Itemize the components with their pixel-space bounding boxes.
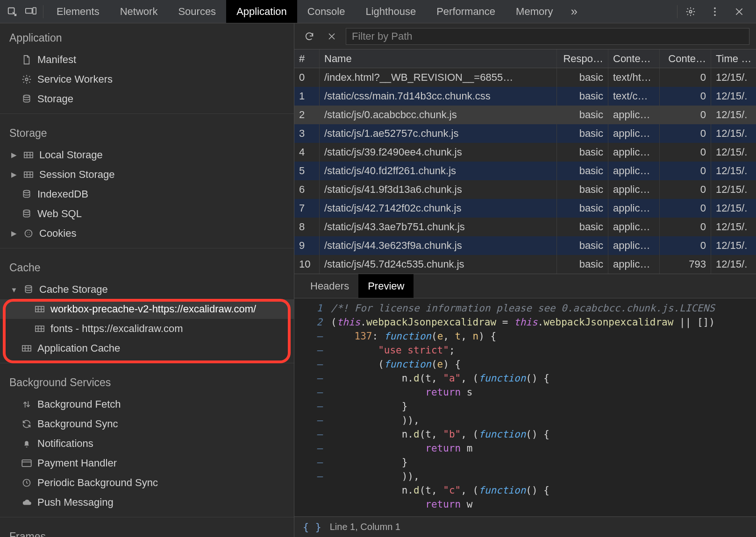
cache-entry-label: fonts - https://excalidraw.com <box>50 323 183 335</box>
cache-entry-workbox[interactable]: workbox-precache-v2-https://excalidraw.c… <box>0 299 294 319</box>
cell-response: basic <box>557 124 608 143</box>
sidebar-item-background-fetch[interactable]: Background Fetch <box>0 395 294 414</box>
cell-response: basic <box>557 162 608 180</box>
inspect-icon[interactable] <box>3 0 21 23</box>
sidebar-item-label: Session Storage <box>39 169 114 181</box>
chevron-right-icon: ▶ <box>10 151 18 159</box>
svg-point-18 <box>25 286 31 288</box>
table-row[interactable]: 2/static/js/0.acabcbcc.chunk.jsbasicappl… <box>294 106 756 124</box>
cell-time: 12/15/. <box>711 162 756 180</box>
cell-time: 12/15/. <box>711 106 756 124</box>
svg-point-14 <box>27 233 28 233</box>
sidebar-item-payment-handler[interactable]: Payment Handler <box>0 453 294 473</box>
cell-clen: 0 <box>660 236 711 255</box>
sidebar-item-session-storage[interactable]: ▶Session Storage <box>0 165 294 184</box>
table-icon <box>34 323 46 335</box>
sidebar-item-label: Payment Handler <box>37 457 117 469</box>
tab-preview[interactable]: Preview <box>358 274 414 298</box>
preview-tabs: Headers Preview <box>294 274 756 298</box>
sidebar-item-background-sync[interactable]: Background Sync <box>0 414 294 434</box>
tab-memory[interactable]: Memory <box>506 0 563 23</box>
cell-time: 12/15/. <box>711 218 756 236</box>
updown-icon <box>21 398 33 410</box>
separator <box>43 5 43 18</box>
sidebar-item-service-workers[interactable]: Service Workers <box>0 70 294 89</box>
sidebar-item-periodic-background-sync[interactable]: Periodic Background Sync <box>0 473 294 493</box>
cell-index: 7 <box>294 199 320 218</box>
database-icon <box>21 208 33 220</box>
table-row[interactable]: 6/static/js/41.9f3d13a6.chunk.jsbasicapp… <box>294 180 756 199</box>
cache-storage-node[interactable]: ▼ Cache Storage <box>0 280 294 299</box>
cell-ctype: applic… <box>608 106 660 124</box>
line-gutter: 1 2 – – – – – – – – – – – <box>294 298 328 516</box>
sidebar-item-web-sql[interactable]: Web SQL <box>0 204 294 224</box>
tab-headers[interactable]: Headers <box>301 274 358 298</box>
cookie-icon <box>22 227 35 240</box>
tab-sources[interactable]: Sources <box>168 0 226 23</box>
sidebar-item-storage[interactable]: Storage <box>0 89 294 109</box>
tab-elements[interactable]: Elements <box>46 0 110 23</box>
table-row[interactable]: 9/static/js/44.3e623f9a.chunk.jsbasicapp… <box>294 236 756 255</box>
tab-application[interactable]: Application <box>226 0 297 23</box>
svg-point-16 <box>28 234 29 235</box>
cell-index: 5 <box>294 162 320 180</box>
sidebar-item-label: Periodic Background Sync <box>37 477 158 489</box>
database-icon <box>21 188 33 200</box>
table-header[interactable]: # Name Respo… Conte… Conte… Time … <box>294 49 756 68</box>
cell-clen: 0 <box>660 124 711 143</box>
cell-ctype: applic… <box>608 124 660 143</box>
tab-network[interactable]: Network <box>110 0 168 23</box>
clear-icon[interactable] <box>323 28 340 45</box>
col-content-type[interactable]: Conte… <box>608 49 660 68</box>
col-index[interactable]: # <box>294 49 320 68</box>
sidebar-item-manifest[interactable]: Manifest <box>0 50 294 70</box>
cell-index: 1 <box>294 87 320 106</box>
settings-icon[interactable] <box>680 0 701 23</box>
refresh-icon[interactable] <box>301 28 318 45</box>
table-row[interactable]: 7/static/js/42.7142f02c.chunk.jsbasicapp… <box>294 199 756 218</box>
sidebar-item-push-messaging[interactable]: Push Messaging <box>0 493 294 512</box>
table-row[interactable]: 3/static/js/1.ae52757c.chunk.jsbasicappl… <box>294 124 756 143</box>
cache-entry-fonts[interactable]: fonts - https://excalidraw.com <box>0 319 294 339</box>
sidebar-item-label: Background Sync <box>37 418 118 430</box>
svg-rect-22 <box>22 460 31 466</box>
table-row[interactable]: 0/index.html?__WB_REVISION__=6855…basict… <box>294 68 756 87</box>
application-cache-node[interactable]: Application Cache <box>0 339 294 358</box>
sidebar-item-label: Push Messaging <box>37 496 114 509</box>
tab-lighthouse[interactable]: Lighthouse <box>355 0 426 23</box>
svg-point-7 <box>25 78 28 81</box>
col-response[interactable]: Respo… <box>557 49 608 68</box>
table-row[interactable]: 8/static/js/43.3ae7b751.chunk.jsbasicapp… <box>294 218 756 236</box>
table-row[interactable]: 1/static/css/main.7d14b3cc.chunk.cssbasi… <box>294 87 756 106</box>
sidebar-item-notifications[interactable]: Notifications <box>0 434 294 453</box>
sidebar-item-local-storage[interactable]: ▶Local Storage <box>0 145 294 165</box>
col-time[interactable]: Time … <box>711 49 756 68</box>
kebab-menu-icon[interactable] <box>705 0 725 23</box>
cell-response: basic <box>557 87 608 106</box>
table-row[interactable]: 4/static/js/39.f2490ee4.chunk.jsbasicapp… <box>294 143 756 162</box>
status-bar: { } Line 1, Column 1 <box>294 516 756 537</box>
svg-point-5 <box>714 11 716 13</box>
filter-input[interactable] <box>346 28 749 45</box>
close-devtools-icon[interactable] <box>729 0 749 23</box>
device-toggle-icon[interactable] <box>21 0 40 23</box>
col-name[interactable]: Name <box>320 49 557 68</box>
separator <box>677 5 678 18</box>
sidebar-item-indexeddb[interactable]: IndexedDB <box>0 184 294 204</box>
col-content-len[interactable]: Conte… <box>660 49 711 68</box>
tabs-overflow[interactable]: » <box>563 0 585 23</box>
cloud-icon <box>21 496 33 509</box>
sidebar-item-cookies[interactable]: ▶Cookies <box>0 224 294 243</box>
tab-console[interactable]: Console <box>297 0 356 23</box>
braces-icon[interactable]: { } <box>303 521 321 533</box>
svg-rect-2 <box>33 7 36 14</box>
cell-response: basic <box>557 236 608 255</box>
tab-performance[interactable]: Performance <box>426 0 506 23</box>
table-row[interactable]: 5/static/js/40.fd2ff261.chunk.jsbasicapp… <box>294 162 756 180</box>
sync-icon <box>21 418 33 430</box>
code-preview[interactable]: 1 2 – – – – – – – – – – – /*! For licens… <box>294 298 756 516</box>
cell-ctype: applic… <box>608 236 660 255</box>
cell-index: 10 <box>294 255 320 274</box>
table-row[interactable]: 10/static/js/45.7d24c535.chunk.jsbasicap… <box>294 255 756 274</box>
cell-ctype: applic… <box>608 162 660 180</box>
